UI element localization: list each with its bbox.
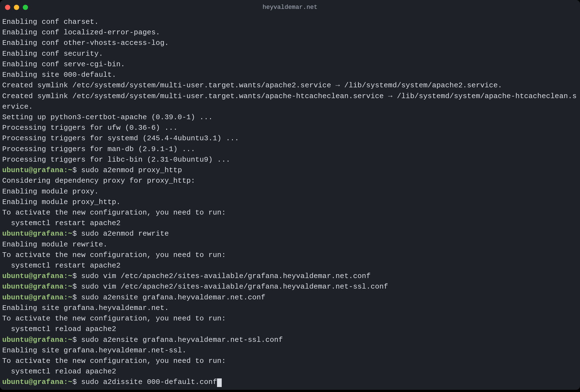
prompt-userhost: ubuntu@grafana bbox=[2, 230, 64, 238]
prompt-path: ~ bbox=[68, 282, 72, 291]
prompt-path: ~ bbox=[68, 166, 72, 174]
terminal-line: Enabling conf charset. bbox=[2, 17, 578, 27]
prompt-symbol: $ bbox=[72, 336, 81, 344]
terminal-line: Enabling site 000-default. bbox=[2, 70, 578, 80]
terminal-line: Enabling conf localized-error-pages. bbox=[2, 27, 578, 38]
window-title: heyvaldemar.net bbox=[263, 4, 317, 11]
terminal-line: ubuntu@grafana:~$ sudo a2dissite 000-def… bbox=[2, 377, 578, 387]
terminal-line: ubuntu@grafana:~$ sudo a2enmod rewrite bbox=[2, 228, 578, 239]
prompt-path: ~ bbox=[68, 378, 72, 386]
terminal-line: ubuntu@grafana:~$ sudo a2enmod proxy_htt… bbox=[2, 165, 578, 175]
prompt-symbol: $ bbox=[72, 282, 81, 291]
prompt-symbol: $ bbox=[72, 293, 81, 302]
prompt-symbol: $ bbox=[72, 272, 81, 280]
prompt-userhost: ubuntu@grafana bbox=[2, 336, 64, 344]
terminal-line: systemctl restart apache2 bbox=[2, 260, 578, 271]
command-text: sudo a2ensite grafana.heyvaldemar.net-ss… bbox=[81, 336, 283, 344]
terminal-line: ubuntu@grafana:~$ sudo vim /etc/apache2/… bbox=[2, 281, 578, 292]
terminal-line: Created symlink /etc/systemd/system/mult… bbox=[2, 91, 578, 112]
terminal-line: To activate the new configuration, you n… bbox=[2, 313, 578, 324]
terminal-line: Setting up python3-certbot-apache (0.39.… bbox=[2, 112, 578, 123]
terminal-line: Created symlink /etc/systemd/system/mult… bbox=[2, 80, 578, 91]
minimize-button[interactable] bbox=[14, 5, 19, 10]
command-text: sudo a2enmod rewrite bbox=[81, 230, 169, 238]
prompt-path: ~ bbox=[68, 293, 72, 302]
prompt-path: ~ bbox=[68, 336, 72, 344]
terminal-line: To activate the new configuration, you n… bbox=[2, 356, 578, 366]
terminal-line: Enabling module proxy_http. bbox=[2, 197, 578, 207]
terminal-line: ubuntu@grafana:~$ sudo a2ensite grafana.… bbox=[2, 292, 578, 303]
command-text: sudo vim /etc/apache2/sites-available/gr… bbox=[81, 282, 388, 291]
cursor bbox=[217, 378, 222, 387]
prompt-separator: : bbox=[64, 336, 68, 344]
terminal-line: ubuntu@grafana:~$ sudo a2ensite grafana.… bbox=[2, 335, 578, 345]
terminal-line: systemctl restart apache2 bbox=[2, 218, 578, 228]
prompt-separator: : bbox=[64, 166, 68, 174]
terminal-line: systemctl reload apache2 bbox=[2, 366, 578, 377]
command-text: sudo a2ensite grafana.heyvaldemar.net.co… bbox=[81, 293, 265, 302]
prompt-path: ~ bbox=[68, 230, 72, 238]
prompt-userhost: ubuntu@grafana bbox=[2, 166, 64, 174]
terminal-line: Enabling conf security. bbox=[2, 49, 578, 59]
terminal-line: Enabling conf serve-cgi-bin. bbox=[2, 59, 578, 70]
terminal-line: Processing triggers for libc-bin (2.31-0… bbox=[2, 154, 578, 165]
command-text: sudo vim /etc/apache2/sites-available/gr… bbox=[81, 272, 370, 280]
prompt-symbol: $ bbox=[72, 378, 81, 386]
terminal-line: Enabling conf other-vhosts-access-log. bbox=[2, 38, 578, 48]
terminal-line: Processing triggers for systemd (245.4-4… bbox=[2, 133, 578, 144]
prompt-userhost: ubuntu@grafana bbox=[2, 378, 64, 386]
prompt-path: ~ bbox=[68, 272, 72, 280]
command-text: sudo a2dissite 000-default.conf bbox=[81, 378, 217, 386]
terminal-line: ubuntu@grafana:~$ sudo vim /etc/apache2/… bbox=[2, 271, 578, 281]
prompt-symbol: $ bbox=[72, 166, 81, 174]
traffic-lights bbox=[5, 5, 28, 10]
command-text: sudo a2enmod proxy_http bbox=[81, 166, 182, 174]
prompt-separator: : bbox=[64, 272, 68, 280]
terminal-line: Processing triggers for man-db (2.9.1-1)… bbox=[2, 144, 578, 154]
terminal-content[interactable]: Enabling conf charset.Enabling conf loca… bbox=[0, 14, 580, 390]
title-bar: heyvaldemar.net bbox=[0, 0, 580, 14]
terminal-line: Enabling module rewrite. bbox=[2, 239, 578, 250]
prompt-userhost: ubuntu@grafana bbox=[2, 272, 64, 280]
terminal-line: To activate the new configuration, you n… bbox=[2, 250, 578, 260]
terminal-line: Enabling site grafana.heyvaldemar.net. bbox=[2, 303, 578, 313]
terminal-line: To activate the new configuration, you n… bbox=[2, 207, 578, 218]
prompt-separator: : bbox=[64, 230, 68, 238]
prompt-symbol: $ bbox=[72, 230, 81, 238]
prompt-separator: : bbox=[64, 378, 68, 386]
terminal-line: Processing triggers for ufw (0.36-6) ... bbox=[2, 123, 578, 133]
prompt-userhost: ubuntu@grafana bbox=[2, 282, 64, 291]
prompt-separator: : bbox=[64, 293, 68, 302]
prompt-separator: : bbox=[64, 282, 68, 291]
close-button[interactable] bbox=[5, 5, 10, 10]
prompt-userhost: ubuntu@grafana bbox=[2, 293, 64, 302]
terminal-line: Enabling site grafana.heyvaldemar.net-ss… bbox=[2, 345, 578, 356]
terminal-window: heyvaldemar.net Enabling conf charset.En… bbox=[0, 0, 580, 390]
terminal-line: systemctl reload apache2 bbox=[2, 324, 578, 334]
terminal-line: Enabling module proxy. bbox=[2, 186, 578, 197]
terminal-line: Considering dependency proxy for proxy_h… bbox=[2, 175, 578, 186]
maximize-button[interactable] bbox=[23, 5, 28, 10]
